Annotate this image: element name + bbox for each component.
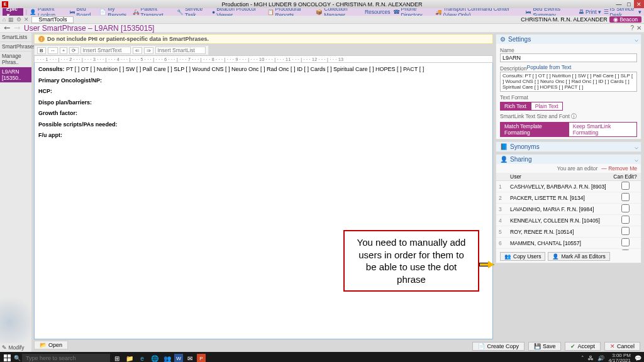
tray-net-icon[interactable]: 🖧: [588, 355, 594, 361]
help-icon[interactable]: ?: [630, 25, 634, 31]
chrome-icon[interactable]: 🌐: [149, 353, 160, 362]
table-row[interactable]: 1CASHAVELLY, BARBARA J. R.N. [8903]: [496, 181, 641, 192]
editor-area[interactable]: Consults: PT [ ] OT [ ] Nutrition [ ] SW…: [34, 63, 493, 339]
ie-icon[interactable]: e: [136, 353, 148, 362]
desc-label: Description: [500, 65, 527, 72]
textformat-label: Text Format: [500, 94, 637, 101]
menu-resources[interactable]: Resources: [365, 9, 391, 15]
table-row[interactable]: 6MAMMEN, CHANTAL [10557]: [496, 238, 641, 249]
app-icon: E: [2, 1, 8, 8]
table-row[interactable]: 4KENNEALLY, COLLEEN R.N. [10405]: [496, 215, 641, 226]
fwd-icon[interactable]: 🡒: [14, 25, 20, 31]
collapse-icon[interactable]: ⌵: [635, 143, 638, 150]
copy-users-button[interactable]: 👥 Copy Users: [500, 252, 545, 261]
col-user: User: [508, 173, 612, 180]
info-icon[interactable]: ⓘ: [571, 113, 577, 119]
ppt-icon[interactable]: P: [197, 354, 206, 362]
sidebar-item-l9arn[interactable]: L9ARN [15350..: [0, 67, 31, 83]
back-icon[interactable]: 🡐: [4, 25, 10, 31]
cancel-button[interactable]: ✕ Cancel: [604, 342, 640, 351]
bold-button[interactable]: B: [37, 47, 46, 54]
tool-icon[interactable]: ⚙: [16, 16, 21, 23]
nav-bar: 🡐 🡒 User SmartPhrase – L9ARN [1535015] ?…: [0, 24, 644, 33]
insert-smarttext-input[interactable]: [80, 47, 131, 54]
x-icon[interactable]: ✕: [24, 16, 29, 23]
richtext-button[interactable]: Rich Text: [500, 102, 531, 111]
tab-smarttools[interactable]: SmartTools: [31, 16, 74, 23]
plaintext-button[interactable]: Plain Text: [531, 102, 563, 111]
warning-banner: ! Do not include PHI or patient-specific…: [34, 34, 493, 44]
maximize-icon[interactable]: □: [624, 0, 634, 8]
user-icon: 👤: [500, 156, 508, 163]
sidebar-item-smartphrases[interactable]: SmartPhrases: [0, 42, 31, 52]
teams-icon[interactable]: 👥: [162, 353, 173, 362]
insert-smartlist-input[interactable]: [155, 47, 206, 54]
sidebar-item-manage[interactable]: Manage Phras..: [0, 52, 31, 67]
mark-all-editors-button[interactable]: 👤 Mark All as Editors: [548, 252, 609, 261]
populate-link[interactable]: Populate from Text: [527, 64, 572, 72]
desc-textarea[interactable]: Consults: PT [ ] OT [ ] Nutrition [ ] SW…: [500, 72, 637, 92]
table-row[interactable]: 3LAVADINHO, MARIA F. R.N. [9984]: [496, 204, 641, 215]
name-label: Name: [500, 47, 637, 53]
taskbar: 🔍 ⊞ 📁 e 🌐 👥 W ✉ P ˄ 🖧 🔊 3:00 PM 4/17/202…: [0, 352, 644, 362]
window-titlebar: E Production - MGH LUNDER 9 ONCOLOGY - C…: [0, 0, 644, 8]
minimize-icon[interactable]: —: [614, 0, 624, 8]
table-row[interactable]: 2PACKER, LISETTE R.N. [9134]: [496, 192, 641, 204]
nav-right-button[interactable]: ⇒: [144, 47, 153, 54]
nav-left-button[interactable]: ⇐: [133, 47, 142, 54]
refresh-button[interactable]: ⟳: [69, 47, 79, 54]
outlook-icon[interactable]: ✉: [184, 353, 196, 362]
accept-button[interactable]: ✔ Accept: [565, 342, 601, 351]
create-copy-button[interactable]: 📄 Create Copy: [472, 342, 525, 351]
search-icon[interactable]: 🔍: [14, 355, 21, 361]
can-edit-checkbox[interactable]: [621, 182, 630, 190]
annotation-arrow: [479, 261, 494, 268]
current-user: CHRISTINA M. R.N. ALEXANDER: [521, 16, 608, 23]
table-row[interactable]: 5ROY, RENEE R.N. [10514]: [496, 226, 641, 238]
can-edit-checkbox[interactable]: [621, 250, 630, 250]
annotation-callout: You need to manually add users in order …: [343, 230, 479, 292]
collapse-icon[interactable]: ⌵: [635, 36, 638, 43]
taskbar-search[interactable]: [22, 354, 110, 362]
grid-icon[interactable]: ▦: [8, 16, 14, 23]
can-edit-checkbox[interactable]: [621, 193, 630, 201]
sidebar-item-smartlists[interactable]: SmartLists: [0, 33, 31, 42]
add-button[interactable]: +: [60, 47, 68, 54]
sidebar-decor: [0, 274, 31, 343]
top-menu: Epic ▾ | 👤 Patient Lookup 🛏 Bed Board 📄 …: [0, 8, 644, 16]
taskview-icon[interactable]: ⊞: [111, 353, 123, 362]
settings-panel: ⚙Settings⌵ Name DescriptionPopulate from…: [496, 34, 641, 140]
col-edit: Can Edit?: [612, 173, 638, 180]
tray-vol-icon[interactable]: 🔊: [597, 355, 604, 361]
close-icon[interactable]: ✕: [634, 0, 644, 8]
svg-rect-1: [8, 354, 11, 358]
expand-button[interactable]: ↔: [48, 47, 58, 54]
remove-me-link[interactable]: — Remove Me: [601, 165, 637, 172]
sidebar-modify[interactable]: ✎ Modify: [0, 343, 31, 352]
save-button[interactable]: 💾 Save: [528, 342, 562, 351]
word-icon[interactable]: W: [174, 354, 183, 362]
svg-rect-2: [4, 358, 7, 361]
sharing-panel: 👤Sharing⌵ You are an editor — Remove Me …: [496, 154, 641, 263]
can-edit-checkbox[interactable]: [621, 204, 630, 212]
gear-icon: ⚙: [500, 36, 506, 43]
home-icon[interactable]: ⌂: [3, 16, 6, 23]
ruler: · · · 1 · · · | · · · 2 · · · | · · · 3 …: [34, 55, 493, 63]
open-button[interactable]: 📂 Open: [34, 341, 68, 349]
tray-up-icon[interactable]: ˄: [581, 355, 584, 361]
match-template-button[interactable]: Match Template Formatting: [500, 122, 569, 137]
tray-notif-icon[interactable]: 💬: [635, 355, 641, 361]
sidebar: SmartLists SmartPhrases Manage Phras.. L…: [0, 33, 31, 352]
page-title: User SmartPhrase – L9ARN [1535015]: [24, 24, 154, 33]
svg-rect-3: [8, 358, 11, 361]
start-button[interactable]: [3, 353, 13, 362]
panel-close-icon[interactable]: ✕: [636, 25, 641, 31]
can-edit-checkbox[interactable]: [621, 227, 630, 235]
beacon-badge[interactable]: ◉ Beacon: [609, 16, 641, 23]
can-edit-checkbox[interactable]: [621, 238, 630, 246]
name-input[interactable]: [500, 53, 637, 62]
keep-smartlink-button[interactable]: Keep SmartLink Formatting: [569, 122, 637, 137]
can-edit-checkbox[interactable]: [621, 216, 630, 224]
collapse-icon[interactable]: ⌵: [635, 156, 638, 163]
explorer-icon[interactable]: 📁: [124, 353, 135, 362]
